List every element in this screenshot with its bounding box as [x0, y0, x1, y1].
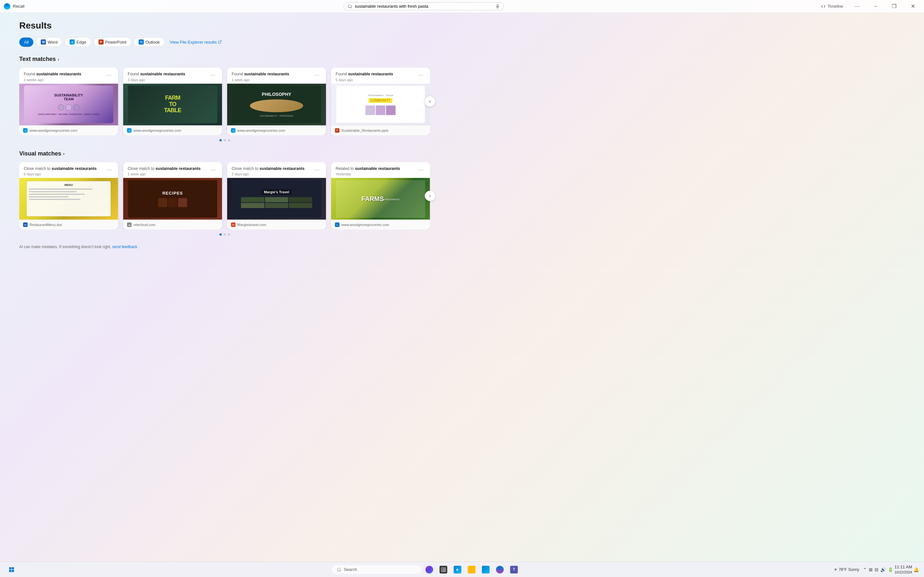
card-source-4: P Sustainable_Restaurants.pptx [331, 125, 430, 135]
sustainability-image: SUSTAINABILITYTEAM JORDI MARTINEZ · MICH… [19, 84, 118, 125]
visual-match-card-1[interactable]: Close match to sustainable restaurants 6… [19, 162, 118, 230]
taskbar-edge-button[interactable]: e [451, 563, 464, 576]
page-title: Results [19, 21, 430, 31]
visual-card-menu-4[interactable]: ⋯ [417, 166, 425, 173]
card-menu-4[interactable]: ⋯ [417, 71, 425, 79]
filter-tab-all[interactable]: All [19, 37, 33, 47]
titlebar-controls: Timeline ⋯ − ❐ ✕ [819, 0, 920, 13]
visual-dot-1[interactable] [220, 234, 222, 235]
visual-matches-header[interactable]: Visual matches › [19, 150, 430, 157]
text-match-card-2[interactable]: Found sustainable restaurants 3 days ago… [123, 68, 222, 135]
visual-match-card-3[interactable]: Close match to sustainable restaurants 2… [227, 162, 326, 230]
filter-tab-word[interactable]: W Word [36, 37, 62, 47]
taskbar-search[interactable]: Search [332, 565, 422, 574]
weather-temp: 78°F [838, 567, 846, 572]
network-icon[interactable]: ⊞ [869, 567, 873, 572]
filter-tab-outlook[interactable]: O Outlook [134, 37, 165, 47]
visual-card-menu-2[interactable]: ⋯ [208, 166, 218, 173]
dot-3[interactable] [228, 139, 230, 141]
card-source-3: e www.woodgrovegroceries.com [227, 125, 326, 135]
visual-matches-chevron: › [63, 151, 65, 156]
filter-tab-powerpoint[interactable]: P PowerPoint [94, 37, 131, 47]
farms-image: FARMS FRESHNESS [331, 178, 430, 219]
notification-icon[interactable]: 🔔 [913, 567, 919, 572]
start-button[interactable] [5, 563, 18, 576]
title-searchbar[interactable] [344, 2, 504, 10]
text-matches-title: Text matches [19, 56, 56, 63]
visual-card-source-3: M Margiestravel.com [227, 219, 326, 229]
close-button[interactable]: ✕ [905, 0, 920, 13]
card-menu-1[interactable]: ⋯ [105, 71, 113, 79]
taskbar-left [5, 563, 18, 576]
battery-icon[interactable]: 🔋 [888, 567, 893, 572]
view-file-explorer-link[interactable]: View File Explorer results [170, 40, 222, 45]
source-favicon-1: e [23, 128, 27, 133]
clock[interactable]: 11:11 AM 10/22/2024 [895, 564, 912, 574]
taskbar-store-button[interactable] [479, 563, 492, 576]
text-match-card-1[interactable]: Found sustainable restaurants 2 weeks ag… [19, 68, 118, 135]
text-match-card-3[interactable]: Found sustainable restaurants 1 week ago… [227, 68, 326, 135]
copilot-icon [425, 566, 433, 574]
source-favicon-3: e [231, 128, 236, 133]
taskbar-recall-button[interactable] [493, 563, 506, 576]
taskbar-copilot-button[interactable] [423, 563, 436, 576]
visual-card-title-1: Close match to sustainable restaurants [24, 166, 97, 172]
visual-dot-3[interactable] [228, 234, 230, 235]
taskbar-browser-button[interactable] [437, 563, 450, 576]
card-header-4: Found sustainable restaurants 5 days ago… [331, 68, 430, 84]
date-display: 10/22/2024 [895, 570, 912, 574]
visual-card-date-4: Yesterday [336, 172, 400, 176]
filter-tab-edge[interactable]: e Edge [65, 37, 91, 47]
search-input[interactable] [355, 4, 493, 9]
taskbar-files-button[interactable] [465, 563, 478, 576]
minimize-button[interactable]: − [868, 0, 883, 13]
menu-image: MENU [19, 178, 118, 219]
card-header-2: Found sustainable restaurants 3 days ago… [123, 68, 222, 84]
dot-1[interactable] [220, 139, 222, 141]
ai-notice-end: . [138, 245, 139, 249]
restore-button[interactable]: ❐ [887, 0, 901, 13]
visual-dot-2[interactable] [224, 234, 226, 235]
recall-taskbar-icon [496, 566, 504, 574]
philosophy-image: PHILOSOPHY SUSTAINABILITY · FRESHNESS [227, 84, 326, 125]
ai-notice: AI can make mistakes. If something doesn… [19, 245, 430, 249]
timeline-label: Timeline [827, 4, 843, 9]
visual-source-favicon-4: e [335, 222, 339, 227]
visual-card-title-4: Related to sustainable restaurants [336, 166, 400, 172]
wifi-icon[interactable]: ⊟ [875, 567, 879, 572]
text-match-card-4[interactable]: Found sustainable restaurants 5 days ago… [331, 68, 430, 135]
card-title-3: Found sustainable restaurants [232, 71, 289, 77]
send-feedback-link[interactable]: send feedback [112, 245, 137, 249]
card-menu-2[interactable]: ⋯ [208, 71, 218, 79]
visual-card-header-1: Close match to sustainable restaurants 6… [19, 162, 118, 178]
card-image-3: PHILOSOPHY SUSTAINABILITY · FRESHNESS [227, 84, 326, 125]
visual-match-card-2[interactable]: Close match to sustainable restaurants 1… [123, 162, 222, 230]
text-matches-cards: Found sustainable restaurants 2 weeks ag… [19, 68, 430, 135]
visual-carousel-arrow[interactable]: › [425, 191, 435, 201]
visual-match-card-4[interactable]: Related to sustainable restaurants Yeste… [331, 162, 430, 230]
visual-card-image-4: FARMS FRESHNESS [331, 178, 430, 219]
visual-card-menu-3[interactable]: ⋯ [312, 166, 321, 173]
text-matches-carousel: Found sustainable restaurants 2 weeks ag… [19, 68, 430, 135]
chevron-up-icon[interactable]: ⌃ [863, 567, 867, 572]
source-url-3: www.woodgrovegroceries.com [237, 129, 285, 132]
visual-card-image-3: Margie's Travel [227, 178, 326, 219]
recall-icon [4, 3, 10, 10]
visual-source-url-4: www.woodgrovegroceries.com [341, 223, 389, 227]
text-matches-header[interactable]: Text matches › [19, 56, 430, 63]
filter-word-label: Word [47, 40, 57, 45]
visual-card-menu-1[interactable]: ⋯ [105, 166, 113, 173]
text-carousel-arrow[interactable]: › [425, 96, 435, 106]
microphone-icon[interactable] [495, 4, 500, 9]
card-menu-3[interactable]: ⋯ [312, 71, 321, 79]
visual-matches-dots [19, 234, 430, 235]
taskbar: Search e T ☀ 78°F Sunny [0, 562, 924, 577]
visual-card-source-1: W RestaurantMenu.doc [19, 219, 118, 229]
more-options-button[interactable]: ⋯ [850, 0, 864, 13]
dot-2[interactable] [224, 139, 226, 141]
travel-image: Margie's Travel [227, 178, 326, 219]
timeline-button[interactable]: Timeline [819, 3, 846, 10]
taskbar-teams-button[interactable]: T [507, 563, 520, 576]
volume-icon[interactable]: 🔊 [880, 567, 886, 572]
card-header-1: Found sustainable restaurants 2 weeks ag… [19, 68, 118, 84]
